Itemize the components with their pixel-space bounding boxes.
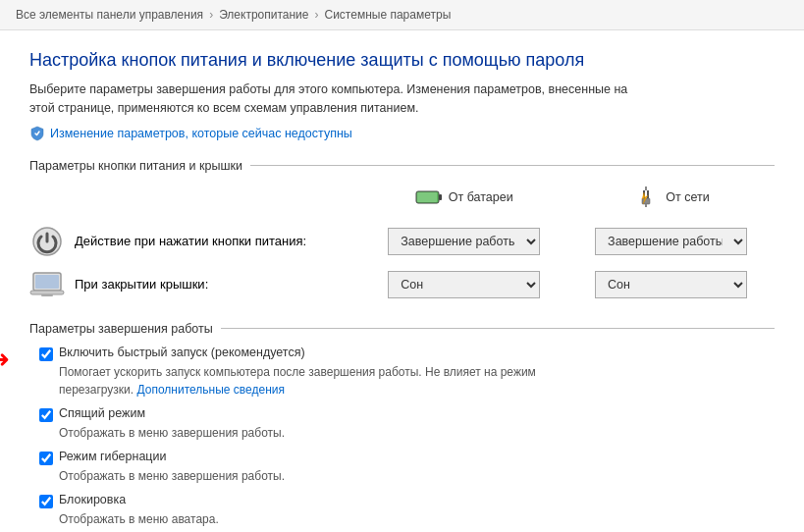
svg-rect-13 bbox=[41, 294, 53, 296]
svg-rect-11 bbox=[35, 275, 59, 289]
hibernate-desc: Отображать в меню завершения работы. bbox=[59, 467, 775, 485]
power-button-label: Действие при нажатии кнопки питания: bbox=[75, 234, 306, 248]
breadcrumb-part3: Системные параметры bbox=[325, 8, 452, 22]
empty-col bbox=[29, 183, 360, 220]
fast-boot-container: ➜ Включить быстрый запуск (рекомендуется… bbox=[29, 346, 775, 399]
sleep-row: Спящий режим bbox=[39, 406, 775, 422]
power-network-select[interactable]: Завершение работы Сон Режим гибернации Н… bbox=[595, 228, 747, 255]
fast-boot-link[interactable]: Дополнительные сведения bbox=[136, 383, 284, 397]
power-section-header: Параметры кнопки питания и крышки bbox=[29, 159, 775, 173]
fast-boot-row: Включить быстрый запуск (рекомендуется) bbox=[39, 346, 775, 361]
sleep-container: Спящий режим Отображать в меню завершени… bbox=[29, 406, 775, 442]
svg-rect-4 bbox=[645, 204, 647, 207]
lid-label: При закрытии крышки: bbox=[75, 277, 208, 292]
lid-battery-select[interactable]: Сон Завершение работы Режим гибернации Н… bbox=[388, 271, 540, 298]
breadcrumb-part2: Электропитание bbox=[219, 8, 308, 22]
sleep-checkbox[interactable] bbox=[39, 408, 53, 422]
plug-icon bbox=[632, 186, 660, 208]
lock-desc: Отображать в меню аватара. bbox=[59, 510, 775, 528]
network-column-header: От сети bbox=[567, 183, 775, 220]
breadcrumb-sep1: › bbox=[209, 8, 213, 22]
hibernate-row: Режим гибернации bbox=[39, 450, 775, 465]
breadcrumb-part1: Все элементы панели управления bbox=[16, 8, 203, 22]
shield-icon bbox=[29, 126, 45, 141]
options-table: От батареи bbox=[29, 183, 775, 306]
power-button-row: Действие при нажатии кнопки питания: Зав… bbox=[29, 220, 775, 263]
power-battery-select[interactable]: Завершение работы Сон Режим гибернации Н… bbox=[388, 228, 540, 255]
sleep-label[interactable]: Спящий режим bbox=[59, 406, 145, 420]
change-settings-link[interactable]: Изменение параметров, которые сейчас нед… bbox=[29, 126, 775, 141]
shutdown-section-header: Параметры завершения работы bbox=[29, 322, 775, 336]
main-content: Настройка кнопок питания и включение защ… bbox=[0, 30, 804, 532]
svg-rect-12 bbox=[30, 291, 64, 294]
lock-label[interactable]: Блокировка bbox=[59, 493, 126, 506]
lid-close-row: При закрытии крышки: Сон Завершение рабо… bbox=[29, 263, 775, 306]
lock-checkbox[interactable] bbox=[39, 495, 53, 508]
shutdown-section: Параметры завершения работы ➜ Включить б… bbox=[29, 322, 775, 528]
hibernate-checkbox[interactable] bbox=[39, 452, 53, 465]
power-button-icon bbox=[29, 224, 65, 259]
page-title: Настройка кнопок питания и включение защ… bbox=[29, 50, 775, 71]
svg-rect-2 bbox=[417, 192, 437, 202]
sleep-desc: Отображать в меню завершения работы. bbox=[59, 424, 775, 442]
breadcrumb-sep2: › bbox=[315, 8, 319, 22]
lid-close-icon bbox=[29, 267, 65, 302]
page-description: Выберите параметры завершения работы для… bbox=[29, 80, 697, 118]
breadcrumb: Все элементы панели управления › Электро… bbox=[0, 0, 804, 30]
svg-rect-1 bbox=[439, 194, 442, 200]
lock-container: Блокировка Отображать в меню аватара. bbox=[29, 493, 775, 528]
power-section: Параметры кнопки питания и крышки bbox=[29, 159, 775, 306]
battery-column-header: От батареи bbox=[360, 183, 567, 220]
fast-boot-desc: Помогает ускорить запуск компьютера посл… bbox=[59, 363, 775, 399]
lock-row: Блокировка bbox=[39, 493, 775, 508]
fast-boot-checkbox[interactable] bbox=[39, 347, 53, 361]
svg-rect-6 bbox=[647, 190, 649, 198]
hibernate-container: Режим гибернации Отображать в меню завер… bbox=[29, 450, 775, 485]
red-arrow: ➜ bbox=[0, 346, 10, 374]
fast-boot-label[interactable]: Включить быстрый запуск (рекомендуется) bbox=[59, 346, 305, 359]
shield-svg bbox=[29, 126, 45, 141]
lid-network-select[interactable]: Сон Завершение работы Режим гибернации Н… bbox=[595, 271, 747, 298]
battery-icon bbox=[415, 188, 443, 206]
hibernate-label[interactable]: Режим гибернации bbox=[59, 450, 166, 463]
